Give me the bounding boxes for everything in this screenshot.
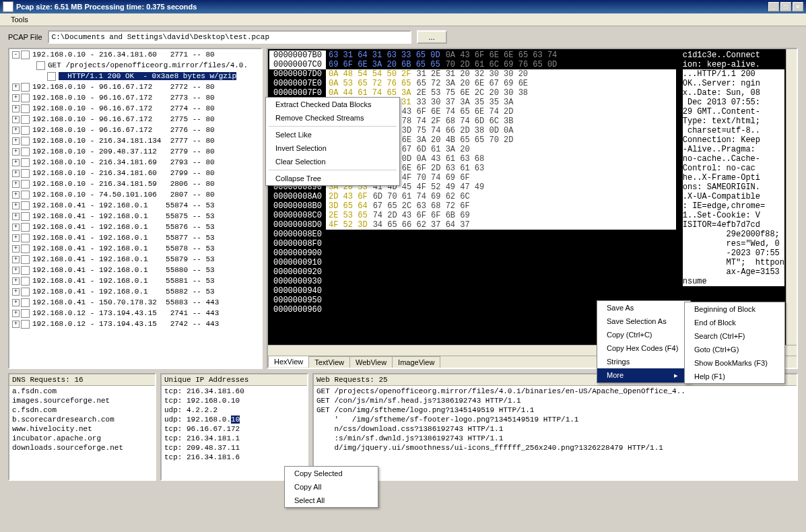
- tree-row[interactable]: 192.168.0.10 - 216.34.181.60 2771 -- 80: [32, 51, 215, 59]
- browse-button[interactable]: ...: [417, 30, 447, 44]
- menu-item[interactable]: Save As: [597, 301, 690, 314]
- expand-icon[interactable]: +: [12, 202, 20, 209]
- list-item[interactable]: GET /projects/openofficeorg.mirror/files…: [316, 387, 794, 396]
- checkbox[interactable]: [36, 61, 45, 70]
- expand-icon[interactable]: +: [12, 310, 20, 317]
- menu-item[interactable]: Search (Ctrl+F): [685, 329, 784, 343]
- expand-icon[interactable]: +: [12, 137, 20, 145]
- tree-row[interactable]: 192.168.0.41 - 192.168.0.1 55875 -- 53: [32, 212, 215, 220]
- pcap-path-input[interactable]: C:\Documents and Settings\david\Desktop\…: [48, 30, 411, 44]
- checkbox[interactable]: [21, 277, 30, 286]
- tree-row[interactable]: 192.168.0.10 - 96.16.67.172 2774 -- 80: [32, 104, 215, 112]
- list-item[interactable]: downloads.sourceforge.net: [12, 443, 152, 453]
- stream-tree[interactable]: -192.168.0.10 - 216.34.181.60 2771 -- 80…: [8, 48, 263, 369]
- expand-icon[interactable]: +: [12, 170, 20, 177]
- expand-icon[interactable]: +: [12, 277, 20, 285]
- tree-row[interactable]: 192.168.0.41 - 192.168.0.1 55879 -- 53: [32, 255, 215, 263]
- tab-hexview[interactable]: HexView: [268, 356, 309, 367]
- menu-item[interactable]: Copy Selected: [285, 467, 378, 480]
- tree-row[interactable]: 192.168.0.12 - 173.194.43.15 2742 -- 443: [32, 320, 219, 328]
- checkbox[interactable]: [21, 201, 30, 210]
- list-item[interactable]: tcp: 96.16.67.172: [164, 424, 304, 434]
- tree-row[interactable]: 192.168.0.10 - 209.48.37.112 2779 -- 80: [32, 147, 215, 156]
- list-item[interactable]: www.hivelocity.net: [12, 424, 152, 434]
- menu-more[interactable]: More▸: [597, 368, 690, 383]
- checkbox[interactable]: [21, 51, 30, 59]
- checkbox[interactable]: [21, 147, 30, 156]
- hex-context-menu[interactable]: Save AsSave Selection AsCopy (Ctrl+C)Cop…: [597, 300, 691, 383]
- expand-icon[interactable]: +: [12, 105, 20, 112]
- checkbox[interactable]: [21, 320, 30, 329]
- tree-context-menu[interactable]: Extract Checked Data BlocksRemove Checke…: [265, 97, 400, 186]
- expand-icon[interactable]: +: [12, 148, 20, 156]
- checkbox[interactable]: [21, 191, 30, 199]
- checkbox[interactable]: [21, 309, 30, 318]
- expand-icon[interactable]: +: [12, 256, 20, 263]
- menu-item[interactable]: Remove Checked Streams: [266, 111, 399, 125]
- menu-item[interactable]: Select All: [285, 494, 378, 507]
- menu-item[interactable]: Goto (Ctrl+G): [685, 343, 784, 356]
- tree-row[interactable]: 192.168.0.41 - 192.168.0.1 55878 -- 53: [32, 244, 215, 253]
- tree-row[interactable]: 192.168.0.41 - 150.70.178.32 55883 -- 44…: [32, 298, 219, 306]
- menu-item[interactable]: Clear Selection: [266, 155, 399, 168]
- tree-row[interactable]: GET /projects/openofficeorg.mirror/files…: [48, 61, 248, 69]
- expand-icon[interactable]: +: [12, 180, 20, 188]
- checkbox[interactable]: [21, 223, 30, 232]
- checkbox[interactable]: [21, 266, 30, 275]
- expand-icon[interactable]: +: [12, 191, 20, 199]
- scrollbar-vertical[interactable]: [786, 49, 797, 345]
- tree-row[interactable]: 192.168.0.41 - 192.168.0.1 55880 -- 53: [32, 266, 215, 274]
- checkbox[interactable]: [21, 288, 30, 296]
- expand-icon[interactable]: +: [12, 127, 20, 134]
- list-item[interactable]: udp: 4.2.2.2: [164, 405, 304, 415]
- menu-tools[interactable]: Tools: [5, 14, 34, 25]
- expand-icon[interactable]: +: [12, 213, 20, 220]
- tree-row[interactable]: 192.168.0.10 - 96.16.67.172 2772 -- 80: [32, 83, 215, 91]
- hex-view[interactable]: 00000007B000000007C000000007D000000007E0…: [268, 49, 786, 345]
- expand-icon[interactable]: +: [12, 159, 20, 166]
- list-item[interactable]: tcp: 209.48.37.11: [164, 443, 304, 453]
- expand-icon[interactable]: +: [12, 94, 20, 102]
- expand-icon[interactable]: +: [12, 116, 20, 123]
- expand-icon[interactable]: +: [12, 288, 20, 296]
- list-item[interactable]: n/css/download.css?1386192743 HTTP/1.1: [316, 424, 794, 434]
- list-item[interactable]: c.fsdn.com: [12, 405, 152, 415]
- checkbox[interactable]: [21, 137, 30, 145]
- ip-context-menu[interactable]: Copy SelectedCopy AllSelect All: [284, 466, 378, 508]
- menu-item[interactable]: Help (F1): [685, 370, 784, 383]
- menu-item[interactable]: Copy All: [285, 480, 378, 494]
- menu-item[interactable]: Extract Checked Data Blocks: [266, 98, 399, 111]
- close-button[interactable]: ×: [793, 2, 803, 11]
- tree-row[interactable]: 192.168.0.41 - 192.168.0.1 55876 -- 53: [32, 223, 215, 231]
- tree-row[interactable]: 192.168.0.41 - 192.168.0.1 55877 -- 53: [32, 234, 215, 242]
- tree-row[interactable]: 192.168.0.10 - 96.16.67.172 2776 -- 80: [32, 126, 215, 134]
- hex-more-submenu[interactable]: Beginning of BlockEnd of BlockSearch (Ct…: [684, 302, 785, 384]
- expand-icon[interactable]: +: [12, 245, 20, 253]
- menu-item[interactable]: Copy Hex Codes (F4): [597, 341, 690, 355]
- checkbox[interactable]: [21, 115, 30, 124]
- list-item[interactable]: :s/min/sf.dwnld.js?1386192743 HTTP/1.1: [316, 434, 794, 443]
- checkbox[interactable]: [21, 234, 30, 242]
- checkbox[interactable]: [21, 104, 30, 113]
- checkbox[interactable]: [21, 94, 30, 102]
- tree-row[interactable]: 192.168.0.10 - 216.34.181.134 2777 -- 80: [32, 137, 215, 145]
- list-item[interactable]: tcp: 216.34.181.6: [164, 453, 304, 462]
- list-item[interactable]: images.sourceforge.net: [12, 396, 152, 405]
- expand-icon[interactable]: +: [12, 299, 20, 306]
- menu-item[interactable]: Save Selection As: [597, 314, 690, 328]
- checkbox[interactable]: [21, 158, 30, 167]
- menu-item[interactable]: Invert Selection: [266, 141, 399, 155]
- tree-row[interactable]: 192.168.0.10 - 216.34.181.59 2806 -- 80: [32, 180, 215, 188]
- checkbox[interactable]: [21, 255, 30, 264]
- expand-icon[interactable]: +: [12, 84, 20, 91]
- list-item[interactable]: tcp: 216.34.181.60: [164, 387, 304, 396]
- expand-icon[interactable]: +: [12, 321, 20, 328]
- tree-row[interactable]: 192.168.0.10 - 74.50.101.106 2807 -- 80: [32, 191, 215, 199]
- menu-item[interactable]: Copy (Ctrl+C): [597, 328, 690, 341]
- checkbox[interactable]: [21, 83, 30, 92]
- tab-imageview[interactable]: ImageView: [392, 356, 440, 368]
- menu-item[interactable]: Beginning of Block: [685, 302, 784, 316]
- tree-row[interactable]: 192.168.0.41 - 192.168.0.1 55874 -- 53: [32, 201, 215, 209]
- list-item[interactable]: a.fsdn.com: [12, 387, 152, 396]
- checkbox[interactable]: [21, 244, 30, 253]
